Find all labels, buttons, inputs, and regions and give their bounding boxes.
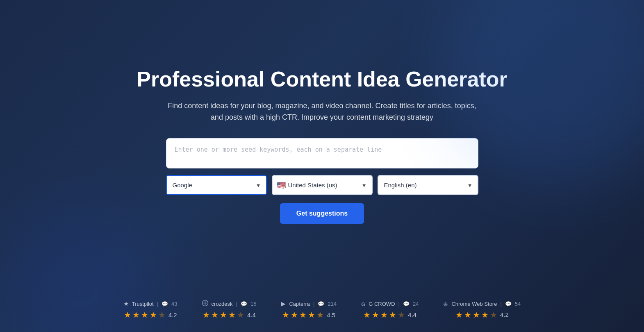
platform-name: Chrome Web Store xyxy=(451,301,497,307)
country-select[interactable]: United States (us) United Kingdom (uk) C… xyxy=(272,175,373,195)
engine-select[interactable]: Google Bing YouTube Amazon xyxy=(166,175,267,195)
rating-top-row: ▶Capterra|💬214 xyxy=(281,300,337,307)
rating-value: 4.4 xyxy=(408,311,416,318)
platform-icon: ▶ xyxy=(281,300,286,307)
full-star-icon: ★ xyxy=(124,310,131,320)
full-star-icon: ★ xyxy=(132,310,140,320)
full-star-icon: ★ xyxy=(481,310,489,320)
dropdowns-row: Google Bing YouTube Amazon ▼ 🇺🇸 United S… xyxy=(166,175,478,195)
rating-value: 4.2 xyxy=(500,311,509,318)
full-star-icon: ★ xyxy=(141,310,148,320)
review-count: 24 xyxy=(413,301,419,307)
rating-divider: | xyxy=(313,301,314,307)
full-star-icon: ★ xyxy=(299,310,307,320)
platform-icon xyxy=(202,300,208,307)
country-dropdown-wrap: 🇺🇸 United States (us) United Kingdom (uk… xyxy=(272,175,373,195)
get-suggestions-button[interactable]: Get suggestions xyxy=(280,203,364,224)
rating-divider: | xyxy=(500,301,501,307)
stars-row: ★★★★★4.2 xyxy=(455,310,509,320)
rating-value: 4.4 xyxy=(247,312,256,318)
full-star-icon: ★ xyxy=(389,310,396,320)
page-subtitle: Find content ideas for your blog, magazi… xyxy=(166,100,478,124)
stars-row: ★★★★★4.4 xyxy=(363,310,416,320)
full-star-icon: ★ xyxy=(228,310,236,320)
full-star-icon: ★ xyxy=(203,310,210,320)
platform-icon: G xyxy=(361,300,365,307)
empty-star-icon: ★ xyxy=(237,310,244,320)
rating-item: crozdesk|💬15★★★★★4.4 xyxy=(202,300,257,320)
rating-item: ⊕Chrome Web Store|💬54★★★★★4.2 xyxy=(443,300,521,320)
rating-top-row: ★Trustpilot|💬43 xyxy=(123,300,177,307)
chat-icon: 💬 xyxy=(505,301,512,307)
full-star-icon: ★ xyxy=(150,310,157,320)
stars-row: ★★★★★4.5 xyxy=(282,310,335,320)
full-star-icon: ★ xyxy=(455,310,463,320)
full-star-icon: ★ xyxy=(380,310,388,320)
full-star-icon: ★ xyxy=(282,310,289,320)
rating-value: 4.2 xyxy=(168,312,177,318)
rating-item: ★Trustpilot|💬43★★★★★4.2 xyxy=(123,300,177,320)
rating-item: ▶Capterra|💬214★★★★★4.5 xyxy=(281,300,337,320)
language-select[interactable]: English (en) Spanish (es) French (fr) Ge… xyxy=(378,175,478,195)
platform-name: crozdesk xyxy=(212,301,233,307)
full-star-icon: ★ xyxy=(291,310,298,320)
empty-star-icon: ★ xyxy=(490,310,497,320)
chat-icon: 💬 xyxy=(318,301,324,307)
review-count: 15 xyxy=(250,301,256,307)
language-dropdown-wrap: English (en) Spanish (es) French (fr) Ge… xyxy=(378,175,478,195)
platform-name: Trustpilot xyxy=(132,301,154,307)
rating-item: GG CROWD|💬24★★★★★4.4 xyxy=(361,300,419,320)
platform-icon: ★ xyxy=(123,300,129,307)
review-count: 214 xyxy=(328,301,337,307)
platform-name: Capterra xyxy=(289,301,310,307)
engine-dropdown-wrap: Google Bing YouTube Amazon ▼ xyxy=(166,175,267,195)
keyword-input[interactable] xyxy=(166,138,478,168)
chat-icon: 💬 xyxy=(403,301,410,307)
rating-divider: | xyxy=(398,301,400,307)
rating-divider: | xyxy=(236,301,237,307)
rating-top-row: GG CROWD|💬24 xyxy=(361,300,419,307)
hero-section: Professional Content Idea Generator Find… xyxy=(0,67,644,248)
full-star-icon: ★ xyxy=(363,310,371,320)
full-star-icon: ★ xyxy=(464,310,471,320)
rating-top-row: crozdesk|💬15 xyxy=(202,300,257,307)
rating-top-row: ⊕Chrome Web Store|💬54 xyxy=(443,300,521,307)
review-count: 54 xyxy=(515,301,521,307)
full-star-icon: ★ xyxy=(372,310,379,320)
review-count: 43 xyxy=(171,301,177,307)
platform-icon: ⊕ xyxy=(443,300,448,307)
chat-icon: 💬 xyxy=(162,301,168,307)
stars-row: ★★★★★4.2 xyxy=(124,310,177,320)
full-star-icon: ★ xyxy=(473,310,480,320)
page-title: Professional Content Idea Generator xyxy=(137,67,507,92)
rating-divider: | xyxy=(157,301,158,307)
stars-row: ★★★★★4.4 xyxy=(203,310,256,320)
rating-value: 4.5 xyxy=(327,312,335,318)
chat-icon: 💬 xyxy=(241,301,247,307)
full-star-icon: ★ xyxy=(211,310,218,320)
platform-name: G CROWD xyxy=(369,301,395,307)
ratings-bar: ★Trustpilot|💬43★★★★★4.2crozdesk|💬15★★★★★… xyxy=(0,300,644,320)
half-star-icon: ★ xyxy=(316,310,324,320)
full-star-icon: ★ xyxy=(308,310,315,320)
empty-star-icon: ★ xyxy=(398,310,405,320)
empty-star-icon: ★ xyxy=(158,310,166,320)
full-star-icon: ★ xyxy=(220,310,227,320)
